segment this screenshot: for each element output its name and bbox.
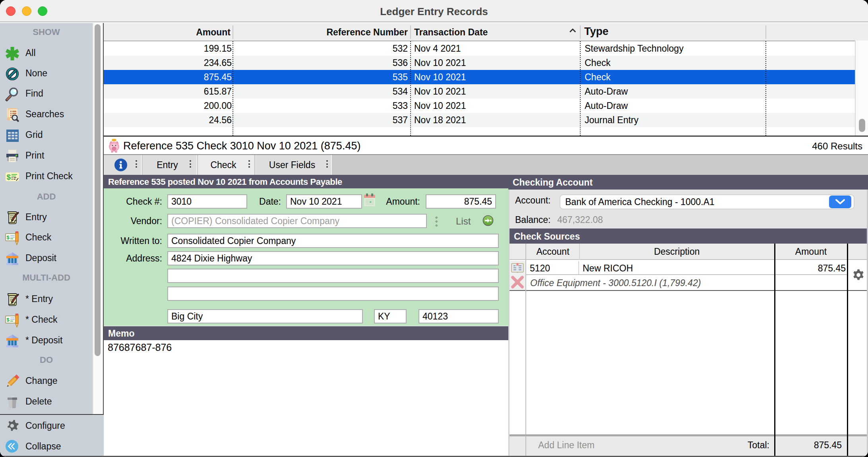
svg-text:$: $: [7, 173, 11, 181]
svg-text:$: $: [7, 317, 10, 323]
svg-text:$: $: [7, 234, 10, 240]
